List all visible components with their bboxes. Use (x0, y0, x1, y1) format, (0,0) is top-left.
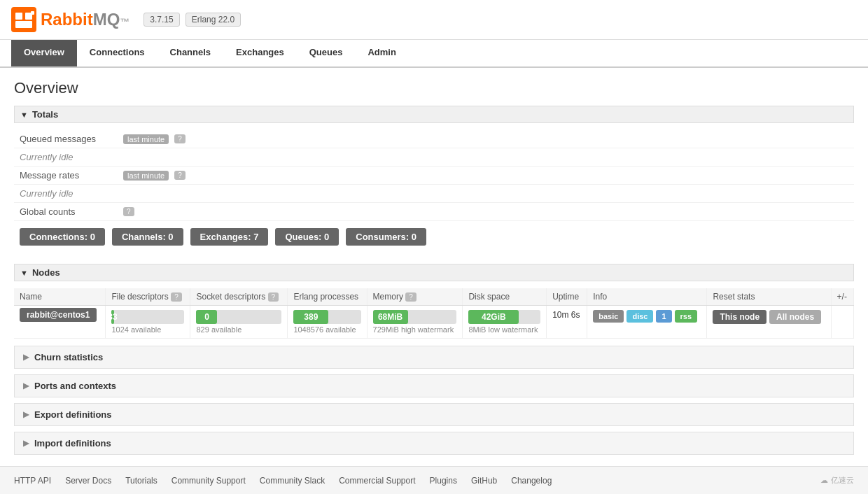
global-counts-help[interactable]: ? (123, 207, 134, 216)
file-desc-available: 1024 available (111, 325, 184, 334)
info-badge-disc[interactable]: disc (626, 310, 653, 323)
nav-link-queues[interactable]: Queues (297, 40, 356, 66)
node-name-badge[interactable]: rabbit@centos1 (20, 308, 97, 322)
erlang-progress-wrap: 389 (293, 310, 360, 324)
currently-idle-2-text: Currently idle (20, 188, 74, 199)
nodes-section: ▼ Nodes Name File descriptors ? Socket d… (14, 264, 854, 339)
nodes-arrow-icon: ▼ (20, 269, 28, 277)
message-rates-badge[interactable]: last minute (123, 171, 169, 181)
import-definitions-header[interactable]: ▶ Import definitions (14, 432, 854, 455)
watermark-icon: ☁ (820, 476, 828, 485)
col-file-descriptors: File descriptors ? (106, 288, 190, 306)
nav-item-channels[interactable]: Channels (158, 40, 224, 66)
disk-space-cell: 42GiB 8MiB low watermark (463, 306, 547, 339)
ports-contexts-header[interactable]: ▶ Ports and contexts (14, 374, 854, 397)
col-reset-stats: Reset stats (707, 288, 831, 306)
nodes-table-header-row: Name File descriptors ? Socket descripto… (14, 288, 854, 306)
logo-text: RabbitMQ™ (41, 10, 130, 29)
footer-link-plugins[interactable]: Plugins (430, 476, 457, 486)
nodes-table: Name File descriptors ? Socket descripto… (14, 288, 854, 339)
footer-link-server-docs[interactable]: Server Docs (65, 476, 111, 486)
watermark: ☁ 亿速云 (820, 475, 854, 486)
collapsible-sections: ▶ Churn statistics ▶ Ports and contexts … (14, 346, 854, 455)
churn-statistics-header[interactable]: ▶ Churn statistics (14, 346, 854, 369)
erlang-processes-cell: 389 1048576 available (288, 306, 367, 339)
export-definitions-label: Export definitions (34, 409, 112, 420)
col-plus-minus[interactable]: +/- (831, 288, 853, 306)
memory-help[interactable]: ? (405, 292, 416, 302)
file-desc-help[interactable]: ? (171, 292, 182, 302)
col-info: Info (587, 288, 707, 306)
plus-minus-cell (831, 306, 853, 339)
reset-this-node-button[interactable]: This node (713, 310, 766, 324)
footer-link-changelog[interactable]: Changelog (511, 476, 552, 486)
footer-link-community-slack[interactable]: Community Slack (260, 476, 325, 486)
nav-link-admin[interactable]: Admin (355, 40, 408, 66)
footer-link-tutorials[interactable]: Tutorials (125, 476, 158, 486)
socket-desc-progress-wrap: 0 (196, 310, 281, 324)
global-counts-row: Global counts ? (14, 203, 854, 221)
queued-messages-help[interactable]: ? (174, 134, 186, 143)
reset-stats-cell: This node All nodes (707, 306, 831, 339)
message-rates-row: Message rates last minute ? (14, 167, 854, 185)
nodes-section-header[interactable]: ▼ Nodes (14, 264, 854, 281)
socket-desc-help[interactable]: ? (268, 292, 279, 302)
currently-idle-2-row: Currently idle (14, 185, 854, 203)
consumers-count[interactable]: Consumers: 0 (346, 228, 426, 246)
reset-all-nodes-button[interactable]: All nodes (769, 310, 821, 324)
nav-item-queues[interactable]: Queues (297, 40, 356, 66)
socket-descriptors-cell: 0 829 available (190, 306, 288, 339)
nav-item-connections[interactable]: Connections (77, 40, 158, 66)
import-definitions-arrow-icon: ▶ (23, 439, 29, 448)
ports-contexts-label: Ports and contexts (34, 381, 116, 391)
col-name: Name (14, 288, 106, 306)
info-badge-rss[interactable]: rss (675, 310, 698, 323)
version-badge: 3.7.15 (144, 13, 179, 27)
import-definitions-label: Import definitions (34, 438, 111, 449)
file-desc-progress-wrap: 33 (111, 310, 184, 324)
nav-item-overview[interactable]: Overview (11, 40, 77, 66)
connections-count[interactable]: Connections: 0 (20, 228, 105, 246)
queues-count[interactable]: Queues: 0 (275, 228, 339, 246)
disk-value: 42GiB (482, 312, 506, 322)
memory-progress-fill: 68MiB (373, 310, 408, 324)
channels-count[interactable]: Channels: 0 (112, 228, 183, 246)
uptime-cell: 10m 6s (547, 306, 587, 339)
info-badges: basic disc 1 rss (593, 310, 701, 323)
erlang-badge: Erlang 22.0 (186, 13, 241, 27)
nav-link-exchanges[interactable]: Exchanges (223, 40, 297, 66)
nav-item-admin[interactable]: Admin (355, 40, 408, 66)
totals-arrow-icon: ▼ (20, 111, 28, 119)
footer-link-community-support[interactable]: Community Support (172, 476, 246, 486)
nav-link-channels[interactable]: Channels (158, 40, 224, 66)
totals-section-header[interactable]: ▼ Totals (14, 106, 854, 123)
socket-desc-progress-fill: 0 (196, 310, 217, 324)
memory-value: 68MiB (378, 312, 402, 322)
footer-link-http-api[interactable]: HTTP API (14, 476, 51, 486)
info-badge-1[interactable]: 1 (656, 310, 671, 323)
nav-link-connections[interactable]: Connections (77, 40, 158, 66)
svg-rect-0 (11, 7, 36, 32)
queued-messages-badge[interactable]: last minute (123, 134, 169, 144)
footer-link-github[interactable]: GitHub (471, 476, 497, 486)
nav-link-overview[interactable]: Overview (11, 40, 77, 66)
file-desc-progress-fill: 33 (111, 310, 113, 324)
exchanges-count[interactable]: Exchanges: 7 (190, 228, 269, 246)
node-name-cell: rabbit@centos1 (14, 306, 106, 339)
footer: HTTP API Server Docs Tutorials Community… (0, 466, 868, 494)
erlang-processes-value: 389 (304, 312, 318, 322)
memory-cell: 68MiB 729MiB high watermark (367, 306, 463, 339)
churn-statistics-arrow-icon: ▶ (23, 353, 29, 362)
ports-contexts-arrow-icon: ▶ (23, 381, 29, 390)
erlang-processes-available: 1048576 available (293, 325, 360, 334)
svg-rect-3 (15, 21, 32, 28)
socket-desc-available: 829 available (196, 325, 281, 334)
footer-link-commercial-support[interactable]: Commercial Support (339, 476, 415, 486)
rabbitmq-logo-icon (11, 7, 36, 32)
nav-item-exchanges[interactable]: Exchanges (223, 40, 297, 66)
info-badge-basic[interactable]: basic (593, 310, 624, 323)
export-definitions-header[interactable]: ▶ Export definitions (14, 403, 854, 426)
col-uptime: Uptime (547, 288, 587, 306)
churn-statistics-label: Churn statistics (34, 352, 103, 362)
message-rates-help[interactable]: ? (174, 171, 186, 180)
